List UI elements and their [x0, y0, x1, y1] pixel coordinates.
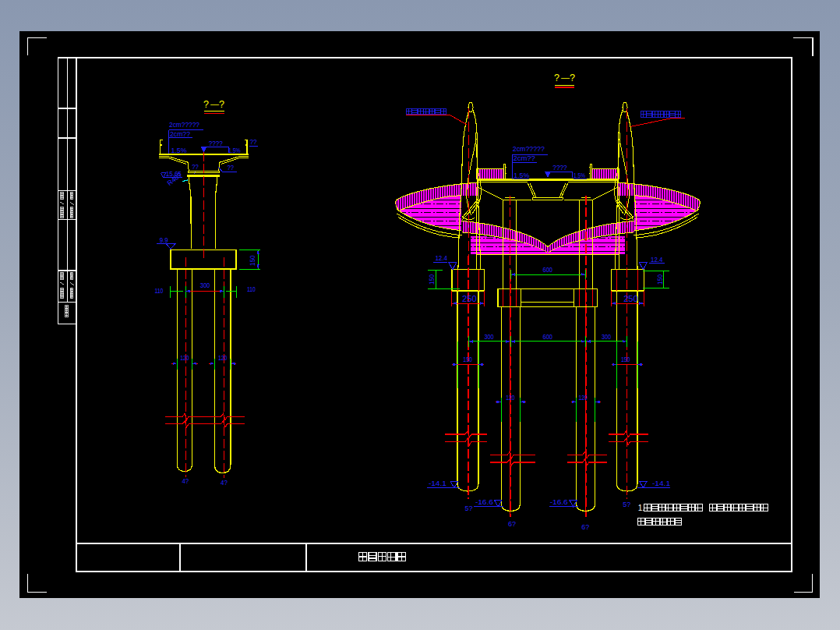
svg-text:120: 120	[579, 394, 588, 402]
svg-text:?: ?	[570, 72, 575, 83]
svg-text:150: 150	[249, 255, 256, 266]
svg-text:??: ??	[250, 138, 257, 146]
svg-text:-14.1: -14.1	[652, 480, 670, 487]
svg-text:6?: 6?	[581, 523, 589, 531]
svg-text:600: 600	[543, 333, 553, 341]
svg-text:??: ??	[192, 163, 199, 171]
svg-text:?: ?	[203, 98, 209, 110]
svg-text:1.5%: 1.5%	[574, 172, 585, 179]
svg-text:12.4: 12.4	[435, 254, 447, 262]
svg-text:120: 120	[218, 354, 227, 362]
svg-text:—: —	[210, 99, 219, 108]
svg-text:4?: 4?	[182, 477, 189, 485]
svg-text:1.5%: 1.5%	[514, 172, 529, 179]
svg-text:300: 300	[200, 281, 210, 289]
svg-text:??: ??	[228, 164, 235, 172]
svg-text:5?: 5?	[465, 504, 473, 512]
svg-text:?: ?	[554, 72, 559, 83]
svg-text:-16.6: -16.6	[550, 498, 568, 506]
svg-text:110: 110	[247, 285, 256, 293]
svg-text:250: 250	[462, 295, 477, 303]
svg-text:-14.1: -14.1	[429, 480, 446, 487]
svg-text:—: —	[561, 73, 570, 82]
svg-text:2cm?????: 2cm?????	[513, 145, 545, 153]
svg-text:?: ?	[219, 98, 224, 110]
svg-text:2cm?????: 2cm?????	[169, 121, 199, 129]
svg-text:12.4: 12.4	[651, 256, 663, 264]
svg-text:250: 250	[623, 295, 638, 303]
svg-text:600: 600	[543, 266, 553, 274]
svg-text:2cm??: 2cm??	[513, 154, 535, 162]
svg-text:5?: 5?	[623, 501, 630, 508]
svg-text:2cm??: 2cm??	[170, 130, 190, 138]
svg-text:300: 300	[485, 333, 494, 341]
svg-text:150: 150	[656, 274, 664, 285]
svg-text:150: 150	[463, 356, 472, 363]
svg-text:110: 110	[154, 287, 163, 295]
svg-text:150: 150	[428, 274, 436, 285]
svg-text:300: 300	[602, 333, 611, 341]
svg-text:150: 150	[621, 356, 630, 363]
svg-text:1.: 1.	[638, 504, 644, 512]
svg-text:120: 120	[506, 394, 514, 402]
svg-text:-16.6: -16.6	[475, 498, 493, 506]
svg-text:????: ????	[552, 164, 566, 172]
svg-text:120: 120	[180, 354, 189, 362]
svg-text:6?: 6?	[508, 520, 516, 528]
svg-text:9.9: 9.9	[160, 236, 168, 244]
svg-text:4?: 4?	[221, 479, 228, 487]
